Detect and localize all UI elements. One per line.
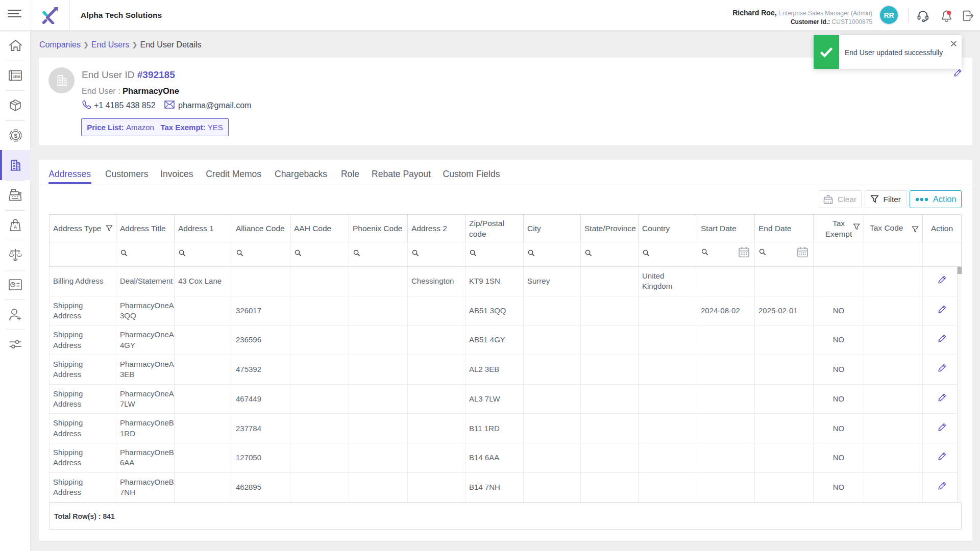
svg-text:CRM: CRM bbox=[13, 75, 20, 79]
svg-text:C: C bbox=[18, 251, 21, 255]
svg-text:D: D bbox=[10, 251, 13, 255]
svg-text:A: A bbox=[14, 224, 17, 230]
svg-text:$: $ bbox=[14, 132, 17, 138]
